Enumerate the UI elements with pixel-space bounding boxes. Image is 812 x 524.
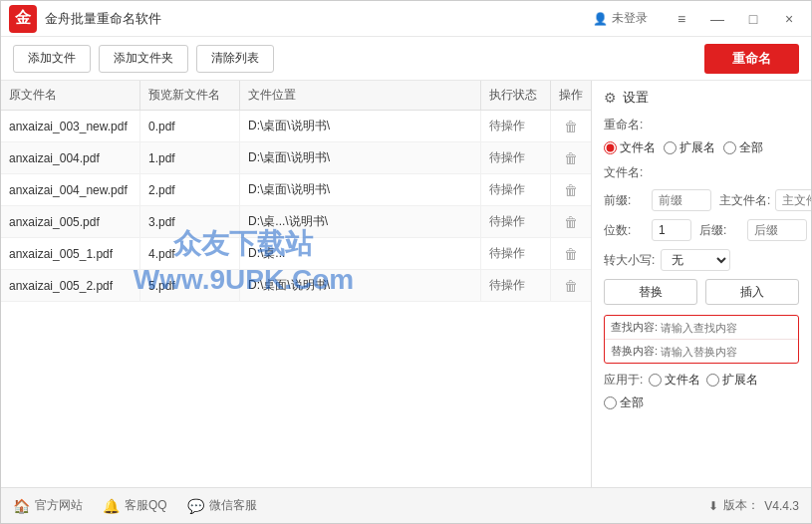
cell-status: 待操作 [481,111,551,141]
rename-option-ext[interactable]: 扩展名 [664,139,715,156]
menu-button[interactable]: ≡ [668,5,695,33]
clear-list-button[interactable]: 清除列表 [196,45,274,73]
cell-preview: 4.pdf [140,238,240,269]
user-icon: 👤 [593,12,608,26]
cell-preview: 0.pdf [140,111,240,141]
version-label: 版本： [723,497,759,514]
replace-button[interactable]: 替换 [604,279,697,305]
add-file-button[interactable]: 添加文件 [13,45,91,73]
rename-option-filename[interactable]: 文件名 [604,139,656,156]
cell-original: anxaizai_005.pdf [1,206,140,237]
file-list-panel: 原文件名 预览新文件名 文件位置 执行状态 操作 anxaizai_003_ne… [1,81,592,487]
table-row: anxaizai_005_2.pdf 5.pdf D:\桌面\说明书\ 待操作 … [1,270,591,302]
mainname-input[interactable] [775,189,811,211]
cell-original: anxaizai_004.pdf [1,142,140,173]
rename-label: 重命名: [604,117,648,133]
table-row: anxaizai_004.pdf 1.pdf D:\桌面\说明书\ 待操作 🗑 [1,142,591,174]
window-controls: 👤 未登录 ≡ — □ × [593,5,803,33]
delete-button[interactable]: 🗑 [551,206,591,237]
close-button[interactable]: × [775,5,803,33]
cell-location: D:\桌面\说明书\ [240,270,481,301]
insert-button[interactable]: 插入 [705,279,799,305]
settings-header: ⚙ 设置 [604,89,799,107]
delete-button[interactable]: 🗑 [551,142,591,173]
prefix-field: 前缀: [604,189,711,211]
version-info: ⬇ 版本： V4.4.3 [708,497,799,514]
cell-preview: 1.pdf [140,142,240,173]
table-row: anxaizai_005_1.pdf 4.pdf D:\桌... 待操作 🗑 [1,238,591,270]
user-label: 未登录 [612,10,648,27]
apply-option-filename[interactable]: 文件名 [649,372,700,389]
cell-original: anxaizai_003_new.pdf [1,111,140,141]
suffix-input[interactable] [747,219,807,241]
case-row: 转大小写: 无 大写 小写 [604,249,799,271]
minimize-button[interactable]: — [703,5,731,33]
version-value: V4.4.3 [764,499,799,513]
search-replace-box: 查找内容: 替换内容: [604,315,799,364]
replace-row: 替换内容: [605,340,798,363]
filename-label: 文件名: [604,164,648,181]
wechat-link[interactable]: 💬 微信客服 [187,497,257,514]
apply-option-ext[interactable]: 扩展名 [706,372,758,389]
search-label: 查找内容: [611,320,657,335]
prefix-label: 前缀: [604,192,648,209]
apply-option-all[interactable]: 全部 [604,394,644,411]
qq-label: 客服QQ [125,497,167,514]
delete-button[interactable]: 🗑 [551,270,591,301]
cell-preview: 2.pdf [140,174,240,205]
replace-label: 替换内容: [611,344,657,359]
rename-option-row: 重命名: 文件名 扩展名 全部 [604,117,799,156]
table-row: anxaizai_005.pdf 3.pdf D:\桌...\说明书\ 待操作 … [1,206,591,238]
website-link[interactable]: 🏠 官方网站 [13,497,83,514]
suffix-label: 后缀: [699,222,743,239]
mainname-label: 主文件名: [719,192,771,209]
suffix-field: 后缀: [699,219,807,241]
download-icon: ⬇ [708,499,718,513]
rename-option-all[interactable]: 全部 [723,139,763,156]
header-action: 操作 [551,81,591,110]
main-content: 原文件名 预览新文件名 文件位置 执行状态 操作 anxaizai_003_ne… [1,81,811,487]
add-folder-button[interactable]: 添加文件夹 [99,45,188,73]
cell-status: 待操作 [481,142,551,173]
replace-input[interactable] [661,346,798,358]
user-info[interactable]: 👤 未登录 [593,10,648,27]
mainname-field: 主文件名: [719,189,811,211]
prefix-input[interactable] [652,189,711,211]
header-location: 文件位置 [240,81,481,110]
search-input[interactable] [661,322,798,334]
cell-status: 待操作 [481,238,551,269]
table-row: anxaizai_003_new.pdf 0.pdf D:\桌面\说明书\ 待操… [1,111,591,142]
cell-status: 待操作 [481,206,551,237]
case-label: 转大小写: [604,252,655,269]
cell-original: anxaizai_005_2.pdf [1,270,140,301]
header-preview: 预览新文件名 [140,81,240,110]
delete-button[interactable]: 🗑 [551,174,591,205]
maximize-button[interactable]: □ [739,5,767,33]
gear-icon: ⚙ [604,90,617,106]
cell-location: D:\桌... [240,238,481,269]
rename-radio-group: 文件名 扩展名 全部 [604,139,763,156]
cell-status: 待操作 [481,174,551,205]
cell-location: D:\桌面\说明书\ [240,142,481,173]
cell-status: 待操作 [481,270,551,301]
table-header: 原文件名 预览新文件名 文件位置 执行状态 操作 [1,81,591,111]
header-status: 执行状态 [481,81,551,110]
qq-link[interactable]: 🔔 客服QQ [103,497,167,514]
wechat-label: 微信客服 [209,497,257,514]
cell-location: D:\桌面\说明书\ [240,174,481,205]
rename-button[interactable]: 重命名 [704,44,799,74]
wechat-icon: 💬 [187,498,204,514]
delete-button[interactable]: 🗑 [551,238,591,269]
cell-original: anxaizai_005_1.pdf [1,238,140,269]
cell-location: D:\桌面\说明书\ [240,111,481,141]
settings-panel: ⚙ 设置 重命名: 文件名 扩展名 全部 [592,81,811,487]
case-select[interactable]: 无 大写 小写 [661,249,730,271]
qq-icon: 🔔 [103,498,120,514]
search-row: 查找内容: [605,316,798,340]
cell-location: D:\桌...\说明书\ [240,206,481,237]
delete-button[interactable]: 🗑 [551,111,591,141]
cell-original: anxaizai_004_new.pdf [1,174,140,205]
digits-input[interactable] [652,219,691,241]
toolbar: 添加文件 添加文件夹 清除列表 重命名 [1,37,811,81]
prefix-main-row: 前缀: 主文件名: [604,189,799,211]
